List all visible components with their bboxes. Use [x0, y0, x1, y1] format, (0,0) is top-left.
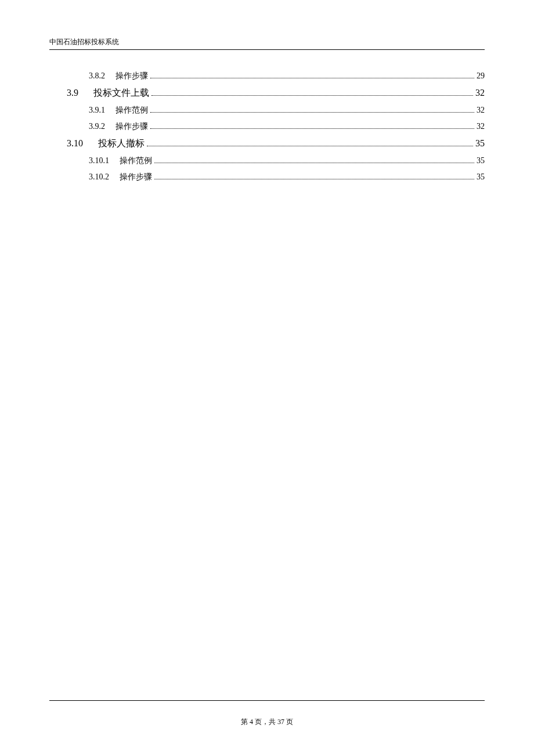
toc-entry-page: 35	[475, 138, 485, 149]
toc-entry: 3.10.1 操作范例 35	[67, 156, 485, 166]
toc-entry-page: 32	[477, 122, 485, 131]
footer-divider	[49, 700, 485, 701]
toc-entry-title: 操作范例	[116, 105, 148, 116]
toc-leader-dots	[147, 146, 473, 146]
toc-leader-dots	[154, 179, 474, 179]
toc-leader-dots	[154, 163, 474, 163]
toc-entry-title: 投标人撤标	[98, 138, 145, 150]
toc-entry-page: 35	[477, 156, 485, 165]
toc-leader-dots	[151, 95, 473, 96]
toc-entry-title: 投标文件上载	[93, 87, 149, 99]
toc-entry-number: 3.8.2	[89, 71, 105, 81]
table-of-contents: 3.8.2 操作步骤 29 3.9 投标文件上载 32 3.9.1 操作范例 3…	[49, 71, 485, 182]
toc-entry-title: 操作步骤	[120, 172, 152, 182]
toc-entry-title: 操作范例	[120, 156, 152, 166]
toc-entry-page: 29	[477, 71, 485, 81]
page-number: 第 4 页，共 37 页	[49, 717, 485, 727]
toc-entry: 3.9 投标文件上载 32	[67, 87, 485, 99]
toc-leader-dots	[150, 112, 474, 113]
toc-entry: 3.8.2 操作步骤 29	[67, 71, 485, 81]
toc-leader-dots	[150, 128, 474, 129]
toc-entry-title: 操作步骤	[116, 71, 148, 81]
toc-entry: 3.9.1 操作范例 32	[67, 105, 485, 116]
toc-entry-title: 操作步骤	[116, 121, 148, 132]
toc-entry-number: 3.10.1	[89, 156, 109, 165]
toc-entry-page: 32	[477, 106, 485, 115]
toc-entry: 3.10 投标人撤标 35	[67, 138, 485, 150]
page-header: 中国石油招标投标系统	[49, 37, 485, 50]
toc-leader-dots	[150, 78, 474, 78]
toc-entry-number: 3.10	[67, 138, 83, 149]
page-footer: 第 4 页，共 37 页	[49, 700, 485, 727]
toc-entry-number: 3.9.1	[89, 106, 105, 115]
toc-entry-page: 32	[475, 88, 485, 98]
toc-entry: 3.10.2 操作步骤 35	[67, 172, 485, 182]
toc-entry-number: 3.9.2	[89, 122, 105, 131]
toc-entry: 3.9.2 操作步骤 32	[67, 121, 485, 132]
document-page: 中国石油招标投标系统 3.8.2 操作步骤 29 3.9 投标文件上载 32 3…	[0, 0, 534, 756]
toc-entry-number: 3.9	[67, 88, 78, 98]
header-title: 中国石油招标投标系统	[49, 37, 485, 47]
toc-entry-page: 35	[477, 172, 485, 182]
toc-entry-number: 3.10.2	[89, 172, 109, 182]
